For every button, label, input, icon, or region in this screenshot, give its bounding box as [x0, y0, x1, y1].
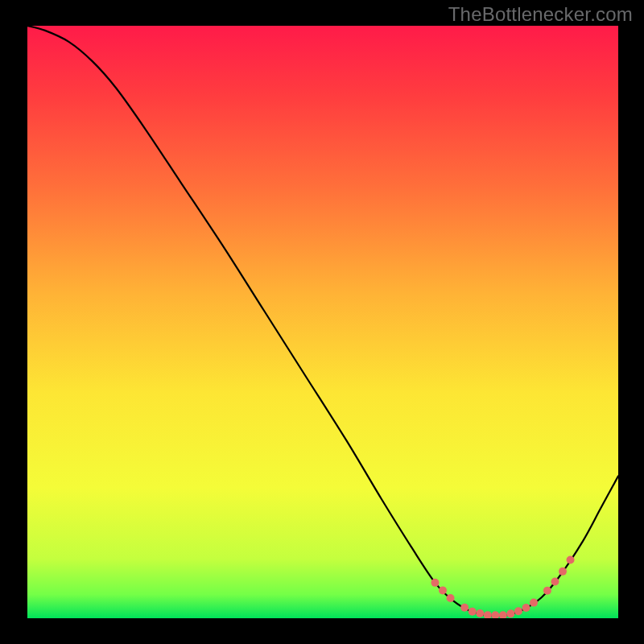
highlight-dot: [506, 609, 514, 617]
highlight-dot: [447, 594, 455, 602]
highlight-dot: [476, 609, 484, 617]
highlight-dot: [491, 611, 499, 619]
gradient-background: [27, 26, 618, 618]
chart-svg: [0, 0, 644, 644]
highlight-dot: [551, 577, 559, 585]
highlight-dot: [530, 599, 538, 607]
highlight-dot: [522, 604, 530, 612]
highlight-dot: [559, 568, 567, 576]
highlight-dot: [567, 556, 575, 564]
highlight-dot: [469, 608, 477, 616]
highlight-dot: [439, 586, 447, 594]
highlight-dot: [431, 579, 439, 587]
highlight-dot: [499, 611, 507, 619]
highlight-dot: [514, 607, 522, 615]
highlight-dot: [484, 611, 492, 619]
highlight-dot: [460, 604, 469, 612]
highlight-dot: [543, 587, 551, 595]
watermark-label: TheBottlenecker.com: [448, 3, 633, 26]
bottleneck-chart: TheBottlenecker.com: [0, 0, 644, 644]
